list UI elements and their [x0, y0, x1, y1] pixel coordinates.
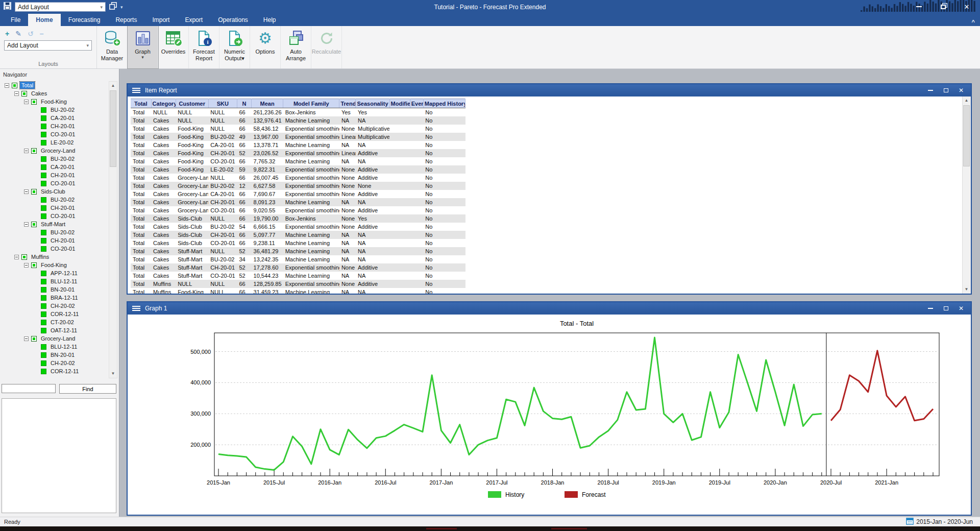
tab-forecasting[interactable]: Forecasting	[61, 14, 108, 26]
column-header-model-family[interactable]: Model Family	[283, 99, 339, 108]
tree-item-ch-20-02[interactable]: CH-20-02	[2, 302, 108, 310]
ribbon-button-options[interactable]: ⚙Options	[250, 26, 281, 68]
tree-item-ch-20-01[interactable]: CH-20-01	[2, 122, 108, 130]
scrollbar-thumb[interactable]	[110, 90, 116, 167]
save-icon[interactable]	[3, 2, 12, 12]
tree-item-muffins[interactable]: Muffins	[2, 253, 108, 261]
layout-combobox[interactable]: Add Layout ▾	[15, 2, 106, 12]
collapse-icon[interactable]	[24, 263, 29, 268]
table-row[interactable]: TotalMuffinsNULLNULL66128,259.85Exponent…	[131, 280, 465, 288]
tree-item-ca-20-01[interactable]: CA-20-01	[2, 114, 108, 122]
table-row[interactable]: TotalCakesFood-KingCO-20-01667,765.32Mac…	[131, 157, 465, 165]
item-report-scrollbar[interactable]: ▲ ▼	[962, 96, 971, 294]
tree-item-ch-20-01[interactable]: CH-20-01	[2, 171, 108, 179]
table-row[interactable]: TotalCakesSids-ClubCO-20-01669,238.11Mac…	[131, 239, 465, 247]
collapse-icon[interactable]	[14, 91, 19, 96]
tree-item-stuff-mart[interactable]: Stuff-Mart	[2, 220, 108, 228]
table-row[interactable]: TotalCakesStuff-MartCO-20-015210,544.23M…	[131, 272, 465, 280]
tab-home[interactable]: Home	[28, 14, 60, 26]
scroll-up-icon[interactable]: ▲	[109, 82, 117, 90]
column-header-trend[interactable]: Trend	[339, 99, 356, 108]
tree-item-ch-20-01[interactable]: CH-20-01	[2, 204, 108, 212]
tab-help[interactable]: Help	[256, 14, 284, 26]
column-header-n[interactable]: N	[237, 99, 251, 108]
tree-item-grocery-land[interactable]: Grocery-Land	[2, 334, 108, 343]
undo-icon[interactable]: ↺	[28, 30, 34, 37]
table-row[interactable]: TotalCakesSids-ClubNULL6619,790.00Box-Je…	[131, 214, 465, 223]
ribbon-button-graph[interactable]: Graph▾	[128, 26, 158, 68]
column-header-event[interactable]: Event	[410, 99, 423, 108]
minimize-icon[interactable]	[923, 303, 938, 313]
navigator-scrollbar[interactable]: ▲ ▼	[109, 81, 117, 378]
column-header-seasonality[interactable]: Seasonality	[356, 99, 389, 108]
minimize-button[interactable]	[912, 2, 926, 12]
tree-item-bu-20-02[interactable]: BU-20-02	[2, 228, 108, 236]
find-button[interactable]: Find	[59, 384, 116, 394]
tree-item-sids-club[interactable]: Sids-Club	[2, 187, 108, 196]
table-row[interactable]: TotalCakesFood-KingCA-20-016613,378.71Ma…	[131, 141, 465, 149]
ribbon-button-numeric-output[interactable]: Numeric Output▾	[219, 26, 250, 68]
column-header-total[interactable]: Total	[131, 99, 151, 108]
table-row[interactable]: TotalCakesSids-ClubCH-20-01665,097.77Mac…	[131, 231, 465, 239]
table-row[interactable]: TotalCakesGrocery-LandNULL6626,007.45Exp…	[131, 174, 465, 182]
scroll-up-icon[interactable]: ▲	[963, 96, 970, 105]
scrollbar-thumb[interactable]	[963, 105, 970, 166]
tree-item-blu-12-11[interactable]: BLU-12-11	[2, 343, 108, 351]
tree-item-cakes[interactable]: Cakes	[2, 89, 108, 98]
ribbon-button-auto-arrange[interactable]: Auto Arrange	[281, 26, 311, 68]
column-header-mapped-history[interactable]: Mapped History	[423, 99, 465, 108]
tree-item-le-20-02[interactable]: LE-20-02	[2, 138, 108, 147]
tree-item-bu-20-02[interactable]: BU-20-02	[2, 155, 108, 163]
tree-item-ca-20-01[interactable]: CA-20-01	[2, 163, 108, 171]
table-row[interactable]: TotalCakesFood-KingBU-20-024913,967.00Ex…	[131, 133, 465, 141]
ribbon-button-forecast-report[interactable]: iForecast Report	[189, 26, 219, 68]
tree-item-food-king[interactable]: Food-King	[2, 261, 108, 269]
tree-item-ch-20-02[interactable]: CH-20-02	[2, 359, 108, 367]
maximize-icon[interactable]	[938, 303, 953, 313]
add-layout-icon[interactable]: +	[5, 30, 9, 37]
table-row[interactable]: TotalCakesGrocery-LandCO-20-01669,020.55…	[131, 206, 465, 214]
tab-reports[interactable]: Reports	[108, 14, 144, 26]
close-icon[interactable]: ✕	[953, 85, 969, 95]
table-row[interactable]: TotalCakesFood-KingNULL6658,436.12Expone…	[131, 125, 465, 133]
ribbon-collapse-icon[interactable]: ^	[972, 19, 975, 25]
tree-item-bra-12-11[interactable]: BRA-12-11	[2, 294, 108, 302]
column-header-category[interactable]: Category	[151, 99, 176, 108]
edit-layout-icon[interactable]: ✎	[15, 30, 21, 37]
collapse-icon[interactable]	[24, 189, 29, 194]
table-row[interactable]: TotalMuffinsFood-KingNULL6631,459.23Mach…	[131, 288, 465, 294]
tree-item-co-20-01[interactable]: CO-20-01	[2, 212, 108, 220]
table-row[interactable]: TotalCakesNULLNULL66132,976.41Machine Le…	[131, 116, 465, 125]
tree-item-bn-20-01[interactable]: BN-20-01	[2, 351, 108, 359]
tree-item-cor-12-11[interactable]: COR-12-11	[2, 367, 108, 375]
tree-item-bn-20-01[interactable]: BN-20-01	[2, 285, 108, 294]
scroll-down-icon[interactable]: ▼	[109, 370, 117, 378]
find-input[interactable]	[2, 384, 56, 393]
tree-item-co-20-01[interactable]: CO-20-01	[2, 179, 108, 187]
column-header-sku[interactable]: SKU	[208, 99, 237, 108]
collapse-icon[interactable]	[5, 83, 9, 88]
qat-customize-icon[interactable]: ▾	[120, 5, 123, 10]
column-header-customer[interactable]: Customer	[176, 99, 208, 108]
remove-layout-icon[interactable]: –	[40, 30, 44, 37]
table-row[interactable]: TotalCakesSids-ClubBU-20-02546,666.15Exp…	[131, 223, 465, 231]
menu-icon[interactable]	[132, 87, 140, 94]
ribbon-layout-combobox[interactable]: Add Layout ▾	[4, 40, 92, 51]
tree-item-cor-12-11[interactable]: COR-12-11	[2, 310, 108, 318]
restore-button[interactable]	[936, 2, 950, 12]
menu-icon[interactable]	[132, 305, 140, 312]
tab-file[interactable]: File	[3, 14, 28, 26]
new-window-icon[interactable]	[109, 2, 117, 12]
tab-operations[interactable]: Operations	[210, 14, 256, 26]
table-row[interactable]: TotalCakesGrocery-LandCA-20-01667,690.67…	[131, 190, 465, 198]
minimize-icon[interactable]	[923, 85, 938, 95]
collapse-icon[interactable]	[24, 336, 29, 341]
tree-item-food-king[interactable]: Food-King	[2, 98, 108, 106]
scroll-down-icon[interactable]: ▼	[963, 285, 970, 294]
table-row[interactable]: TotalCakesGrocery-LandBU-20-02126,627.58…	[131, 182, 465, 190]
maximize-icon[interactable]	[938, 85, 953, 95]
ribbon-button-overrides[interactable]: Overrides	[158, 26, 189, 68]
ribbon-button-data-manager[interactable]: Data Manager	[97, 26, 128, 68]
tree-item-grocery-land[interactable]: Grocery-Land	[2, 147, 108, 155]
table-row[interactable]: TotalCakesStuff-MartNULL5236,481.29Machi…	[131, 247, 465, 255]
